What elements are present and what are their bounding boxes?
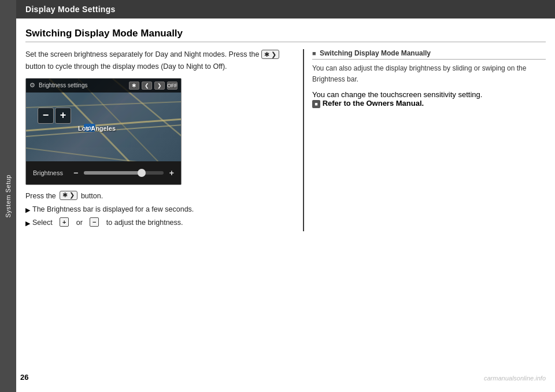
map-controls: − + — [38, 108, 71, 124]
topbar-buttons: ✱ ❮ ❯ OFF — [129, 82, 177, 90]
press-btn-icon: ✱ ❯ — [60, 191, 77, 200]
ref-icon-square: ■ — [312, 100, 320, 108]
header-bar: Display Mode Settings — [16, 0, 555, 19]
watermark: carmanualsonline.info — [484, 375, 546, 382]
right-column: ■ Switching Display Mode Manually You ca… — [303, 49, 546, 231]
brightness-track — [84, 171, 164, 175]
brightness-plus-icon: + — [169, 168, 174, 177]
select-text: Select — [32, 217, 53, 228]
plus-box: + — [60, 217, 69, 227]
right-note2-ref: Refer to the Owners Manual. — [323, 99, 424, 108]
section-title: Switching Display Mode Manually — [25, 28, 546, 42]
right-note2-text: You can change the touchscreen sensitivi… — [312, 90, 482, 108]
svg-line-5 — [26, 102, 182, 108]
content-body: Switching Display Mode Manually Set the … — [16, 19, 555, 241]
brightness-thumb — [138, 169, 146, 177]
page-number: 26 — [20, 373, 28, 382]
select-after-text: to adjust the brightness. — [106, 217, 183, 228]
minus-box: − — [90, 217, 99, 227]
right-note2-block: You can change the touchscreen sensitivi… — [312, 90, 546, 108]
zoom-out-btn: − — [38, 108, 54, 124]
brightness-minus-icon: − — [73, 168, 78, 177]
bullet1-arrow: ▶ — [25, 205, 30, 215]
topbar-title: Brightness settings — [39, 82, 125, 88]
intro-text-after: button to cycle through the display mode… — [25, 61, 227, 72]
or-text: or — [76, 217, 83, 228]
press-text-before: Press the — [25, 191, 56, 202]
zoom-in-btn: + — [55, 108, 71, 124]
instruction-block: Press the ✱ ❯ button. ▶ The Brightness b… — [25, 191, 291, 229]
sidebar: System Setup — [0, 0, 16, 392]
refer-icon: ■ — [312, 99, 323, 108]
press-instruction: Press the ✱ ❯ button. — [25, 191, 291, 202]
two-columns: Set the screen brightness separately for… — [25, 49, 546, 231]
screenshot-topbar: ⚙ Brightness settings ✱ ❮ ❯ OFF — [26, 79, 181, 93]
map-city-label: Los Angeles — [78, 125, 116, 132]
bullet1-text: The Brightness bar is displayed for a fe… — [32, 204, 194, 215]
right-note1: You can also adjust the display brightne… — [312, 63, 546, 84]
right-note-icon: ■ — [312, 50, 316, 57]
right-note2-before: You can change the touchscreen sensitivi… — [312, 90, 482, 99]
off-btn: OFF — [167, 82, 177, 90]
left-column: Set the screen brightness separately for… — [25, 49, 291, 231]
sidebar-label: System Setup — [5, 175, 12, 217]
next-btn: ❯ — [154, 82, 165, 90]
press-text-after: button. — [81, 191, 103, 202]
prev-btn: ❮ — [142, 82, 152, 90]
intro-text-before: Set the screen brightness separately for… — [25, 49, 259, 60]
right-section-title: ■ Switching Display Mode Manually — [312, 49, 546, 60]
screenshot-container: 101 ⚙ Brightness settings ✱ ❮ ❯ OFF — [25, 78, 182, 185]
main-content: Display Mode Settings Switching Display … — [16, 0, 555, 392]
bullet2-arrow: ▶ — [25, 219, 30, 228]
bullet2-line: ▶ Select + or − to adjust the brightness… — [25, 217, 291, 228]
header-title: Display Mode Settings — [25, 5, 116, 14]
brightness-label: Brightness — [33, 169, 68, 176]
asterisk-btn: ✱ — [129, 82, 139, 90]
intro-text: Set the screen brightness separately for… — [25, 49, 291, 72]
mode-button-icon: ✱ ❯ — [261, 50, 279, 59]
brightness-bar-container: Brightness − + — [26, 161, 181, 184]
settings-icon: ⚙ — [29, 82, 35, 89]
brightness-fill — [84, 171, 143, 175]
right-section-title-text: Switching Display Mode Manually — [320, 49, 431, 57]
bullet1-line: ▶ The Brightness bar is displayed for a … — [25, 204, 291, 215]
